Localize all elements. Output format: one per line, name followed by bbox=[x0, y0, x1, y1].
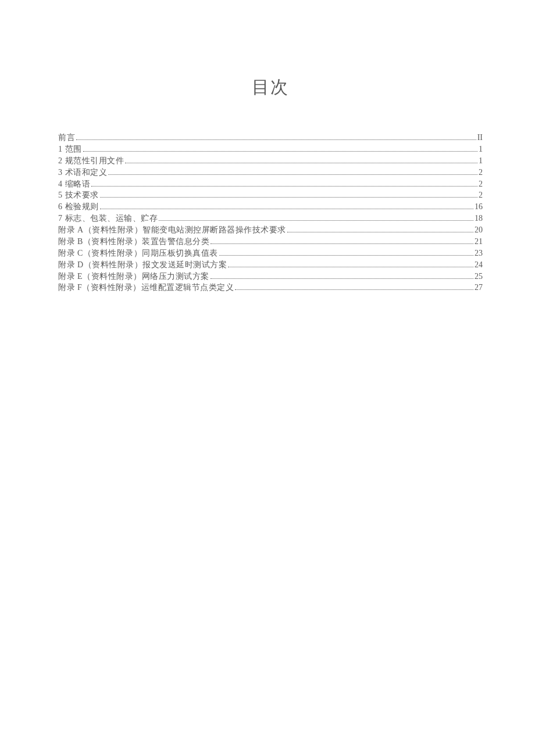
toc-entry-page: 1 bbox=[479, 144, 483, 155]
toc-leader-dots bbox=[287, 232, 473, 232]
toc-leader-dots bbox=[100, 197, 478, 198]
toc-leader-dots bbox=[159, 220, 473, 221]
toc-row: 4 缩略语2 bbox=[58, 178, 483, 190]
document-page: 目次 前言II1 范围12 规范性引用文件13 术语和定义24 缩略语25 技术… bbox=[0, 0, 535, 293]
toc-entry-label: 附录 E（资料性附录）网络压力测试方案 bbox=[58, 271, 209, 282]
toc-row: 7 标志、包装、运输、贮存18 bbox=[58, 213, 483, 224]
toc-row: 附录 A（资料性附录）智能变电站测控屏断路器操作技术要求20 bbox=[58, 224, 483, 236]
toc-leader-dots bbox=[83, 151, 478, 152]
toc-entry-page: 21 bbox=[475, 236, 483, 248]
toc-row: 3 术语和定义2 bbox=[58, 167, 483, 178]
toc-entry-label: 3 术语和定义 bbox=[58, 167, 107, 178]
toc-list: 前言II1 范围12 规范性引用文件13 术语和定义24 缩略语25 技术要求2… bbox=[58, 132, 483, 293]
toc-entry-page: 25 bbox=[475, 271, 483, 282]
toc-entry-page: 23 bbox=[475, 248, 483, 259]
toc-leader-dots bbox=[211, 243, 473, 244]
toc-row: 附录 D（资料性附录）报文发送延时测试方案24 bbox=[58, 259, 483, 271]
toc-entry-label: 附录 A（资料性附录）智能变电站测控屏断路器操作技术要求 bbox=[58, 224, 286, 236]
toc-entry-label: 附录 C（资料性附录）同期压板切换真值表 bbox=[58, 248, 218, 259]
toc-leader-dots bbox=[76, 139, 476, 140]
toc-row: 前言II bbox=[58, 132, 483, 144]
toc-entry-label: 4 缩略语 bbox=[58, 178, 90, 190]
toc-leader-dots bbox=[100, 209, 474, 209]
toc-entry-page: 20 bbox=[475, 224, 483, 236]
toc-title: 目次 bbox=[58, 76, 483, 99]
toc-leader-dots bbox=[91, 186, 477, 187]
toc-entry-label: 附录 F（资料性附录）运维配置逻辑节点类定义 bbox=[58, 282, 234, 293]
toc-entry-label: 1 范围 bbox=[58, 144, 82, 155]
toc-entry-page: 2 bbox=[479, 189, 483, 201]
toc-entry-label: 5 技术要求 bbox=[58, 189, 99, 201]
toc-leader-dots bbox=[228, 267, 473, 267]
toc-entry-label: 前言 bbox=[58, 132, 75, 144]
toc-row: 2 规范性引用文件1 bbox=[58, 155, 483, 167]
toc-entry-label: 7 标志、包装、运输、贮存 bbox=[58, 213, 158, 224]
toc-entry-label: 附录 D（资料性附录）报文发送延时测试方案 bbox=[58, 259, 227, 271]
toc-entry-page: 18 bbox=[475, 213, 483, 224]
toc-leader-dots bbox=[235, 289, 473, 290]
toc-row: 附录 C（资料性附录）同期压板切换真值表23 bbox=[58, 248, 483, 259]
toc-leader-dots bbox=[125, 163, 477, 163]
toc-row: 6 检验规则16 bbox=[58, 201, 483, 213]
toc-row: 1 范围1 bbox=[58, 144, 483, 155]
toc-row: 附录 F（资料性附录）运维配置逻辑节点类定义27 bbox=[58, 282, 483, 293]
toc-leader-dots bbox=[211, 278, 473, 279]
toc-entry-page: 2 bbox=[479, 178, 483, 190]
toc-leader-dots bbox=[108, 174, 477, 175]
toc-row: 5 技术要求2 bbox=[58, 189, 483, 201]
toc-entry-label: 6 检验规则 bbox=[58, 201, 99, 213]
toc-row: 附录 E（资料性附录）网络压力测试方案25 bbox=[58, 271, 483, 282]
toc-entry-label: 2 规范性引用文件 bbox=[58, 155, 124, 167]
toc-leader-dots bbox=[219, 255, 473, 256]
toc-entry-page: 1 bbox=[479, 155, 483, 167]
toc-entry-page: 27 bbox=[475, 282, 483, 293]
toc-entry-page: 16 bbox=[475, 201, 483, 213]
toc-row: 附录 B（资料性附录）装置告警信息分类21 bbox=[58, 236, 483, 248]
toc-entry-page: 2 bbox=[479, 167, 483, 178]
toc-entry-page: II bbox=[477, 132, 483, 144]
toc-entry-page: 24 bbox=[475, 259, 483, 271]
toc-entry-label: 附录 B（资料性附录）装置告警信息分类 bbox=[58, 236, 209, 248]
